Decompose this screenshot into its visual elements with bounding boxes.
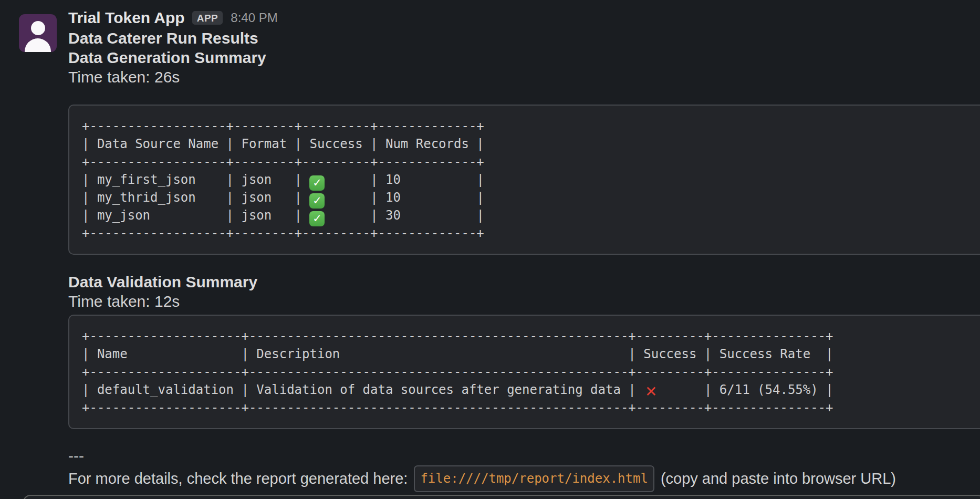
message-content: Trial Token App APP 8:40 PM Data Caterer… (68, 7, 980, 492)
code-line: +--------------------+------------------… (82, 327, 972, 345)
code-line: +--------------------+------------------… (82, 363, 972, 381)
code-line: | Data Source Name | Format | Success | … (82, 135, 972, 153)
code-line: +------------------+--------+---------+-… (82, 224, 972, 242)
code-line: | my_first_json | json | ✓ | 10 | (82, 171, 972, 189)
footer-prefix: For more details, check the report gener… (68, 469, 408, 488)
cross-emoji: ✕ (643, 384, 659, 400)
code-line: | Name | Description | Success | Success… (82, 345, 972, 363)
sender-name[interactable]: Trial Token App (68, 9, 185, 27)
generation-time-taken: Time taken: 26s (68, 67, 980, 87)
code-line: | my_json | json | ✓ | 30 | (82, 206, 972, 224)
validation-heading: Data Validation Summary (68, 272, 980, 292)
person-icon-body (25, 38, 51, 52)
code-line: +--------------------+------------------… (82, 399, 972, 417)
app-avatar[interactable] (19, 14, 57, 52)
code-line: +------------------+--------+---------+-… (82, 153, 972, 171)
code-line: | my_thrid_json | json | ✓ | 10 | (82, 189, 972, 206)
timestamp[interactable]: 8:40 PM (231, 11, 277, 25)
divider-text: --- (68, 446, 980, 465)
message-input[interactable] (23, 495, 980, 499)
generation-summary-code-block[interactable]: +------------------+--------+---------+-… (68, 105, 980, 255)
code-line: | default_validation | Validation of dat… (82, 381, 972, 399)
generation-heading: Data Generation Summary (68, 48, 980, 67)
validation-summary-code-block[interactable]: +--------------------+------------------… (68, 315, 980, 429)
footer-suffix: (copy and paste into browser URL) (661, 469, 896, 488)
validation-time-taken: Time taken: 12s (68, 292, 980, 311)
footer-line: For more details, check the report gener… (68, 465, 980, 492)
code-line: +------------------+--------+---------+-… (82, 117, 972, 135)
slack-dark-workspace: { "message": { "sender": "Trial Token Ap… (0, 0, 980, 499)
person-icon (31, 21, 45, 35)
message-header: Trial Token App APP 8:40 PM (68, 7, 980, 28)
app-badge: APP (192, 11, 223, 25)
report-path-code[interactable]: file:////tmp/report/index.html (414, 465, 654, 492)
message-title: Data Caterer Run Results (68, 28, 980, 48)
